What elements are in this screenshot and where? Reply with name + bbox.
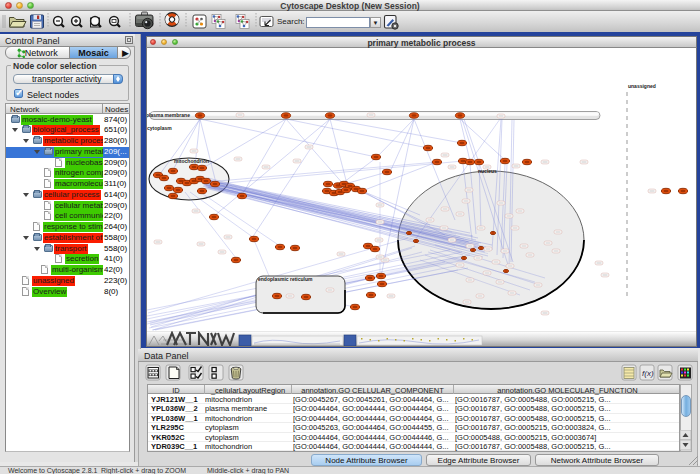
svg-text:endoplasmic reticulum: endoplasmic reticulum <box>258 276 313 282</box>
svg-text:plasma membrane: plasma membrane <box>147 112 190 118</box>
svg-text:f(x): f(x) <box>642 369 654 378</box>
svg-text:cytoplasm: cytoplasm <box>147 125 172 131</box>
svg-text:unassigned: unassigned <box>628 83 656 89</box>
svg-text:mitochondrion: mitochondrion <box>174 158 209 164</box>
